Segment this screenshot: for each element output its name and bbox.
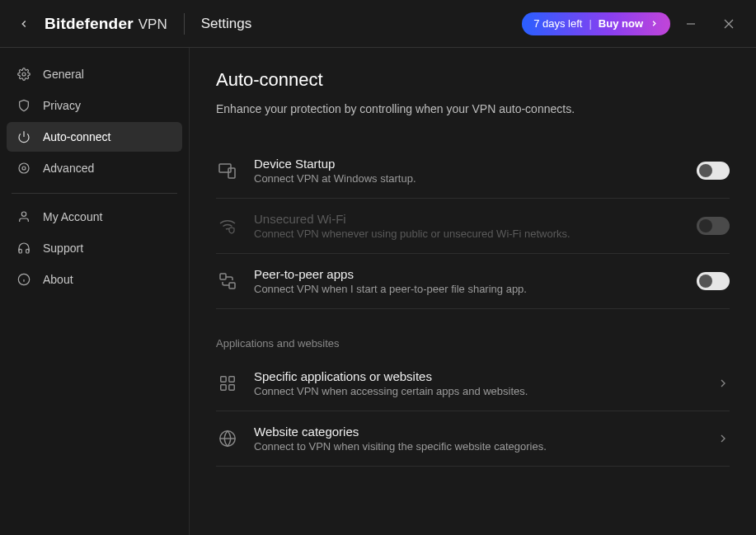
- sidebar-item-general[interactable]: General: [7, 59, 182, 89]
- sidebar-item-privacy[interactable]: Privacy: [7, 91, 182, 120]
- sidebar-item-label: Support: [43, 242, 83, 255]
- buy-now-label: Buy now: [599, 17, 643, 30]
- title-divider: [184, 13, 185, 35]
- sidebar-item-label: Advanced: [43, 162, 94, 175]
- setting-title: Device Startup: [254, 157, 697, 171]
- svg-rect-18: [229, 385, 234, 390]
- nav-website-categories[interactable]: Website categories Connect to VPN when v…: [216, 411, 730, 467]
- sidebar-item-advanced[interactable]: Advanced: [7, 153, 182, 183]
- setting-desc: Connect VPN when I start a peer-to-peer …: [254, 283, 697, 295]
- chevron-left-icon: [18, 18, 30, 30]
- user-icon: [16, 209, 31, 224]
- svg-rect-16: [229, 377, 234, 382]
- sidebar-item-auto-connect[interactable]: Auto-connect: [7, 122, 182, 152]
- svg-rect-17: [221, 385, 226, 390]
- brand-product: VPN: [139, 16, 167, 33]
- device-icon: [216, 159, 239, 182]
- toggle-p2p[interactable]: [697, 272, 730, 290]
- nav-row-desc: Connect to VPN when visiting the specifi…: [254, 440, 716, 453]
- sidebar: General Privacy Auto-connect Advanced: [0, 48, 190, 535]
- setting-title: Peer-to-peer apps: [254, 267, 697, 281]
- info-icon: [16, 272, 31, 287]
- apps-grid-icon: [216, 372, 239, 395]
- main-content: Auto-connect Enhance your protection by …: [190, 48, 756, 535]
- nav-row-desc: Connect VPN when accessing certain apps …: [254, 385, 716, 397]
- body: General Privacy Auto-connect Advanced: [0, 48, 756, 535]
- sidebar-item-label: General: [43, 68, 84, 81]
- toggle-device-startup[interactable]: [697, 162, 730, 180]
- toggle-unsecured-wifi: [697, 217, 730, 235]
- minimize-button[interactable]: [674, 12, 708, 36]
- shield-icon: [16, 98, 31, 113]
- power-icon: [16, 129, 31, 144]
- setting-desc: Connect VPN whenever using public or uns…: [254, 228, 697, 240]
- sliders-icon: [16, 161, 31, 176]
- titlebar: Bitdefender VPN Settings 7 days left | B…: [0, 0, 756, 48]
- wifi-shield-icon: [216, 214, 239, 237]
- trial-buy-pill[interactable]: 7 days left | Buy now: [522, 12, 670, 35]
- setting-unsecured-wifi: Unsecured Wi-Fi Connect VPN whenever usi…: [216, 199, 730, 254]
- sidebar-divider: [12, 193, 177, 194]
- section-label: Applications and websites: [216, 337, 730, 350]
- svg-point-6: [19, 163, 29, 173]
- headset-icon: [16, 241, 31, 256]
- brand: Bitdefender VPN: [45, 15, 167, 33]
- sidebar-item-about[interactable]: About: [7, 265, 182, 294]
- svg-point-5: [22, 167, 26, 170]
- setting-p2p: Peer-to-peer apps Connect VPN when I sta…: [216, 254, 730, 309]
- sidebar-item-label: Privacy: [43, 99, 81, 112]
- svg-rect-15: [221, 377, 226, 382]
- nav-row-title: Website categories: [254, 425, 716, 439]
- nav-specific-apps[interactable]: Specific applications or websites Connec…: [216, 356, 730, 411]
- close-icon: [724, 19, 734, 29]
- back-button[interactable]: [15, 15, 33, 33]
- content-subtitle: Enhance your protection by controlling w…: [216, 102, 730, 115]
- sidebar-item-support[interactable]: Support: [7, 233, 182, 263]
- pill-divider: |: [589, 17, 591, 30]
- svg-point-3: [22, 73, 26, 76]
- svg-rect-14: [229, 283, 235, 289]
- minimize-icon: [686, 19, 696, 29]
- sidebar-item-label: My Account: [43, 210, 102, 223]
- sidebar-item-label: About: [43, 273, 73, 286]
- setting-desc: Connect VPN at Windows startup.: [254, 172, 697, 185]
- svg-rect-13: [220, 274, 226, 279]
- page-title: Settings: [201, 16, 251, 32]
- brand-name: Bitdefender: [45, 15, 134, 33]
- setting-device-startup: Device Startup Connect VPN at Windows st…: [216, 143, 730, 199]
- chevron-right-icon: [716, 432, 730, 445]
- gear-icon: [16, 67, 31, 82]
- chevron-right-icon: [650, 19, 659, 28]
- globe-icon: [216, 427, 239, 450]
- app-window: Bitdefender VPN Settings 7 days left | B…: [0, 0, 756, 535]
- svg-point-7: [21, 212, 26, 216]
- p2p-icon: [216, 270, 239, 293]
- sidebar-item-my-account[interactable]: My Account: [7, 202, 182, 232]
- setting-title: Unsecured Wi-Fi: [254, 212, 697, 226]
- close-button[interactable]: [711, 12, 746, 36]
- svg-rect-12: [228, 168, 235, 178]
- sidebar-item-label: Auto-connect: [43, 130, 111, 143]
- chevron-right-icon: [716, 377, 730, 390]
- nav-row-title: Specific applications or websites: [254, 369, 716, 383]
- content-title: Auto-connect: [216, 69, 730, 91]
- trial-days-left: 7 days left: [533, 17, 582, 30]
